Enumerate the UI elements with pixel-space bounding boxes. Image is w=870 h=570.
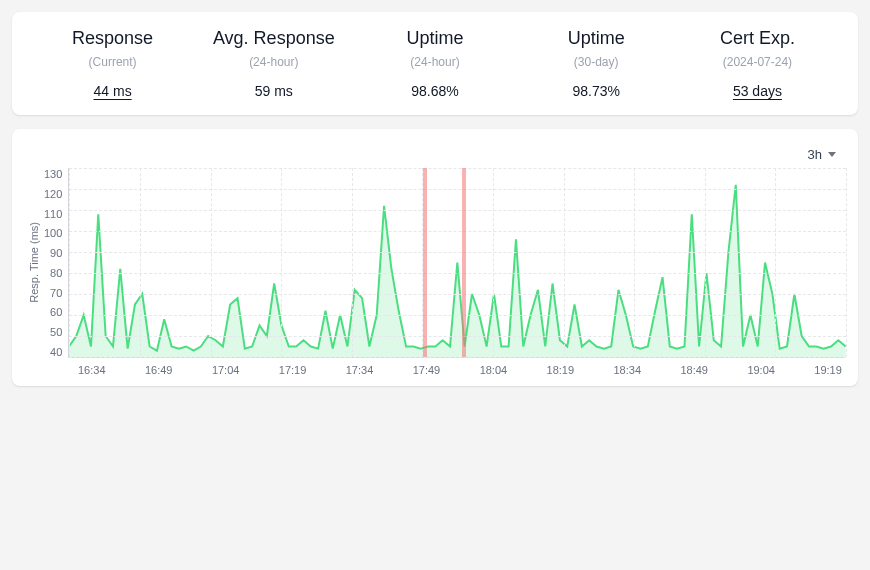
stats-card: Response (Current) 44 ms Avg. Response (… [12,12,858,115]
x-tick: 19:19 [814,364,842,376]
stat-sub: (24-hour) [410,55,459,69]
y-tick: 110 [44,208,62,220]
x-axis-ticks: 16:3416:4917:0417:1917:3417:4918:0418:19… [44,364,846,376]
y-tick: 130 [44,168,62,180]
y-tick: 120 [44,188,62,200]
x-tick: 16:49 [145,364,173,376]
x-tick: 17:49 [413,364,441,376]
stat-value: 98.68% [411,83,458,99]
stat-value: 98.73% [572,83,619,99]
y-tick: 80 [44,267,62,279]
time-range-label: 3h [808,147,822,162]
chevron-down-icon [828,152,836,157]
y-tick: 40 [44,346,62,358]
stat-uptime-24h: Uptime (24-hour) 98.68% [354,28,515,99]
stat-value[interactable]: 44 ms [94,83,132,99]
x-tick: 16:34 [78,364,106,376]
stat-value[interactable]: 53 days [733,83,782,99]
x-tick: 18:34 [614,364,642,376]
stat-title: Response [72,28,153,49]
stat-title: Avg. Response [213,28,335,49]
x-tick: 17:04 [212,364,240,376]
y-tick: 60 [44,306,62,318]
stat-value: 59 ms [255,83,293,99]
time-range-selector[interactable]: 3h [24,147,846,162]
chart-body: 130120110100908070605040 16:3416:4917:04… [44,168,846,376]
plot-area[interactable] [68,168,846,358]
y-tick: 100 [44,227,62,239]
stat-uptime-30d: Uptime (30-day) 98.73% [516,28,677,99]
x-tick: 18:19 [547,364,575,376]
stat-title: Uptime [568,28,625,49]
y-axis-ticks: 130120110100908070605040 [44,168,68,358]
outage-marker [462,168,466,357]
stats-row: Response (Current) 44 ms Avg. Response (… [32,28,838,99]
chart-wrapper: Resp. Time (ms) 130120110100908070605040… [24,168,846,376]
y-tick: 90 [44,247,62,259]
chart-card: 3h Resp. Time (ms) 130120110100908070605… [12,129,858,386]
stat-avg-response: Avg. Response (24-hour) 59 ms [193,28,354,99]
x-tick: 17:34 [346,364,374,376]
x-tick: 18:49 [680,364,708,376]
stat-sub: (30-day) [574,55,619,69]
stat-title: Uptime [407,28,464,49]
stat-sub: (Current) [89,55,137,69]
y-axis-label: Resp. Time (ms) [24,222,44,303]
stat-title: Cert Exp. [720,28,795,49]
response-line-series [69,168,846,357]
y-tick: 50 [44,326,62,338]
x-tick: 19:04 [747,364,775,376]
stat-response-current: Response (Current) 44 ms [32,28,193,99]
y-tick: 70 [44,287,62,299]
stat-sub: (24-hour) [249,55,298,69]
x-tick: 18:04 [480,364,508,376]
stat-sub: (2024-07-24) [723,55,792,69]
x-tick: 17:19 [279,364,307,376]
stat-cert-exp: Cert Exp. (2024-07-24) 53 days [677,28,838,99]
outage-marker [423,168,427,357]
